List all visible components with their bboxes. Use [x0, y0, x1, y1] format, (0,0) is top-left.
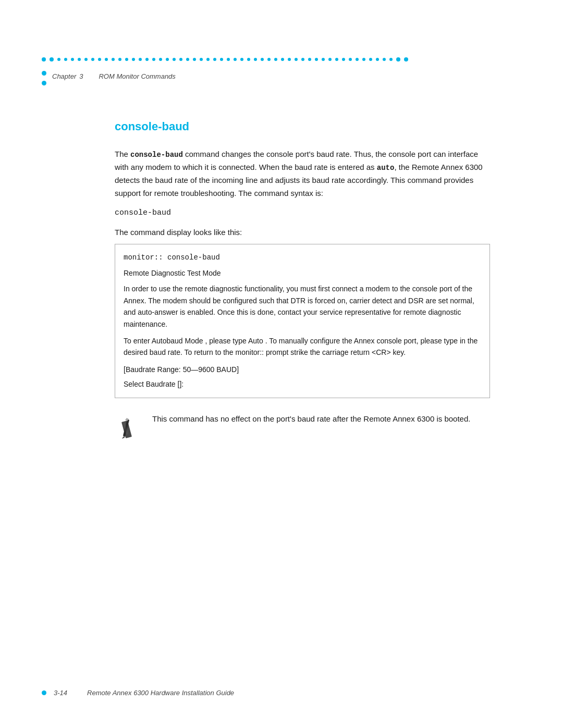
- bullet-2: [42, 81, 46, 85]
- chapter-title: ROM Monitor Commands: [99, 72, 175, 80]
- dot: [179, 58, 182, 61]
- dot: [206, 58, 210, 61]
- footer-guide-title: Remote Annex 6300 Hardware Installation …: [87, 689, 234, 697]
- dot: [139, 58, 142, 61]
- dot: [301, 58, 304, 61]
- dot: [125, 58, 128, 61]
- note-text: This command has no effect on the port's…: [152, 413, 470, 426]
- bullet-1: [42, 71, 46, 76]
- dot: [356, 58, 359, 61]
- dot: [376, 58, 379, 61]
- dot: [240, 58, 243, 61]
- chapter-bullets: [42, 71, 46, 85]
- baudrate-select: Select Baudrate []:: [124, 378, 481, 390]
- footer: 3-14 Remote Annex 6300 Hardware Installa…: [42, 689, 521, 697]
- dot: [173, 58, 176, 61]
- dot: [50, 57, 54, 61]
- dot: [404, 57, 408, 61]
- dot: [274, 58, 277, 61]
- dot: [152, 58, 155, 61]
- dot: [234, 58, 237, 61]
- display-intro: The command display looks like this:: [115, 228, 490, 237]
- dot: [261, 58, 264, 61]
- baudrate-range: [Baudrate Range: 50—9600 BAUD]: [124, 364, 481, 375]
- command-syntax: console-baud: [115, 208, 490, 217]
- dot: [112, 58, 115, 61]
- dot: [322, 58, 325, 61]
- dot: [254, 58, 257, 61]
- dot: [132, 58, 135, 61]
- dot: [295, 58, 298, 61]
- dot: [57, 58, 60, 61]
- monitor-line: monitor:: console-baud: [124, 252, 481, 263]
- dot: [247, 58, 250, 61]
- auto-inline: auto: [377, 164, 395, 172]
- dot: [227, 58, 230, 61]
- dot: [166, 58, 169, 61]
- dot: [78, 58, 81, 61]
- para-1: In order to use the remote diagnostic fu…: [124, 283, 481, 330]
- dot: [349, 58, 352, 61]
- chapter-label: Chapter: [52, 72, 76, 80]
- dot: [220, 58, 223, 61]
- note-icon: [115, 414, 143, 442]
- chapter-number: 3: [79, 72, 83, 80]
- dot: [186, 58, 189, 61]
- command-display-box: monitor:: console-baud Remote Diagnostic…: [115, 244, 490, 398]
- dot: [383, 58, 386, 61]
- chapter-header: Chapter 3 ROM Monitor Commands: [52, 72, 176, 80]
- dot: [84, 58, 88, 61]
- dot: [98, 58, 101, 61]
- footer-page-number: 3-14: [54, 689, 67, 697]
- dot: [193, 58, 196, 61]
- main-content: console-baud The console-baud command ch…: [115, 120, 490, 463]
- dot: [389, 58, 393, 61]
- dot: [335, 58, 338, 61]
- command-inline-1: console-baud: [130, 151, 183, 159]
- dot: [281, 58, 284, 61]
- intro-paragraph: The console-baud command changes the con…: [115, 148, 490, 200]
- dot: [315, 58, 318, 61]
- mode-title: Remote Diagnostic Test Mode: [124, 267, 481, 279]
- dot: [288, 58, 291, 61]
- dot: [308, 58, 311, 61]
- section-heading: console-baud: [115, 120, 490, 133]
- dot: [342, 58, 345, 61]
- dot: [213, 58, 216, 61]
- note-area: This command has no effect on the port's…: [115, 413, 490, 442]
- decorative-dots-row: [42, 56, 521, 63]
- footer-bullet: [42, 690, 46, 695]
- dot: [396, 57, 400, 61]
- dot: [267, 58, 271, 61]
- dot: [118, 58, 121, 61]
- dot: [159, 58, 162, 61]
- dot: [71, 58, 74, 61]
- dot: [328, 58, 332, 61]
- dot: [42, 57, 46, 61]
- dot: [91, 58, 94, 61]
- dot: [200, 58, 203, 61]
- dot: [145, 58, 149, 61]
- dot: [105, 58, 108, 61]
- dot: [64, 58, 67, 61]
- dot: [369, 58, 372, 61]
- para-2: To enter Autobaud Mode , please type Aut…: [124, 335, 481, 359]
- dot: [362, 58, 365, 61]
